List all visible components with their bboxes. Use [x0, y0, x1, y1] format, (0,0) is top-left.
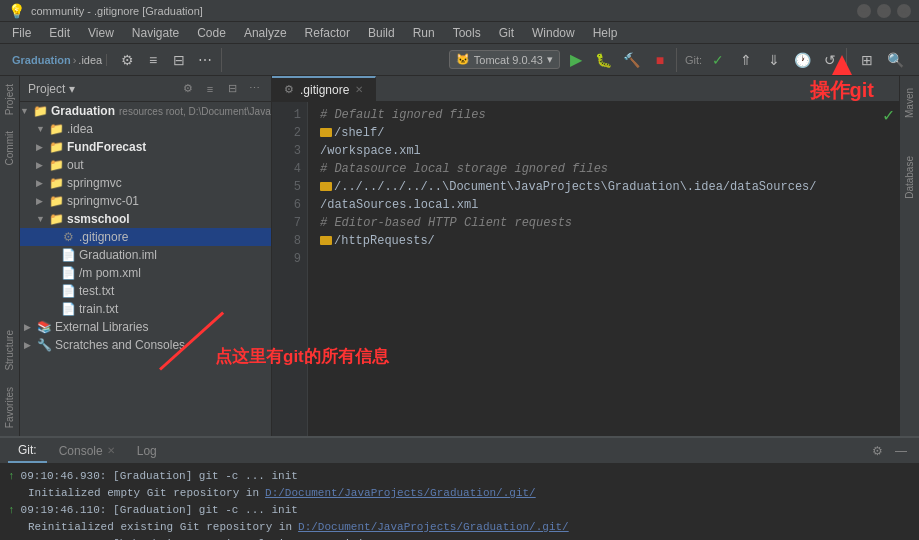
project-strip-tab[interactable]: Project	[2, 76, 17, 123]
menu-analyze[interactable]: Analyze	[236, 24, 295, 42]
tree-item-out[interactable]: ▶ 📁 out	[20, 156, 271, 174]
code-line-5: /../../../../..\Document\JavaProjects\Gr…	[320, 178, 887, 196]
menu-navigate[interactable]: Navigate	[124, 24, 187, 42]
title-file: community - .gitignore [Graduation]	[31, 5, 203, 17]
tree-label-traintxt: train.txt	[79, 302, 118, 316]
menu-tools[interactable]: Tools	[445, 24, 489, 42]
close-button[interactable]: ✕	[897, 4, 911, 18]
tree-item-graduation[interactable]: ▼ 📁 Graduation resources root, D:\Docume…	[20, 102, 271, 120]
tree-item-pomxml[interactable]: 📄 /m pom.xml	[20, 264, 271, 282]
console-line-4: Reinitialized existing Git repository in…	[8, 519, 911, 536]
maximize-button[interactable]: □	[877, 4, 891, 18]
search-icon[interactable]: 🔍	[883, 48, 907, 72]
bottom-settings-icon[interactable]: ⚙	[868, 442, 887, 460]
file-icon-gitignore: ⚙	[60, 229, 76, 245]
tree-item-springmvc01[interactable]: ▶ 📁 springmvc-01	[20, 192, 271, 210]
tab-gitignore[interactable]: ⚙ .gitignore ✕	[272, 76, 376, 101]
folder-icon-springmvc: 📁	[48, 175, 64, 191]
bottom-tab-log[interactable]: Log	[127, 438, 167, 463]
favorites-strip-tab[interactable]: Favorites	[2, 379, 17, 436]
menu-view[interactable]: View	[80, 24, 122, 42]
menu-code[interactable]: Code	[189, 24, 234, 42]
code-line-3: /workspace.xml	[320, 142, 887, 160]
debug-button[interactable]: 🐛	[592, 48, 616, 72]
console-text-5: 09:22:15.276: [\.\..\Git respository] gi…	[21, 536, 371, 540]
menu-git[interactable]: Git	[491, 24, 522, 42]
menu-refactor[interactable]: Refactor	[297, 24, 358, 42]
folder-icon-graduation: 📁	[32, 103, 48, 119]
code-editor: 1 2 3 4 5 6 7 8 9 # Default ignored file…	[272, 102, 899, 436]
code-line-2: /shelf/	[320, 124, 887, 142]
editor-check-icon: ✓	[882, 106, 895, 125]
sidebar-settings-icon[interactable]: ⚙	[179, 80, 197, 98]
tab-gitignore-close[interactable]: ✕	[355, 84, 363, 95]
tree-item-traintxt[interactable]: 📄 train.txt	[20, 300, 271, 318]
database-tab[interactable]: Database	[902, 148, 917, 207]
tree-arrow-out: ▶	[36, 160, 48, 170]
tree-item-gitignore[interactable]: ⚙ .gitignore	[20, 228, 271, 246]
collapse-icon[interactable]: ⊟	[167, 48, 191, 72]
tree-item-testtxt[interactable]: 📄 test.txt	[20, 282, 271, 300]
console-tab-close[interactable]: ✕	[107, 445, 115, 456]
tree-label-extlibs: External Libraries	[55, 320, 148, 334]
app-icon: 💡	[8, 3, 25, 19]
menu-build[interactable]: Build	[360, 24, 403, 42]
menu-edit[interactable]: Edit	[41, 24, 78, 42]
tree-label-graduationiml: Graduation.iml	[79, 248, 157, 262]
console-text-1: 09:10:46.930: [Graduation] git -c ... in…	[21, 468, 298, 485]
bottom-minimize-icon[interactable]: —	[891, 442, 911, 460]
tree-item-ssmschool[interactable]: ▼ 📁 ssmschool	[20, 210, 271, 228]
menu-run[interactable]: Run	[405, 24, 443, 42]
menu-bar: File Edit View Navigate Code Analyze Ref…	[0, 22, 919, 44]
tree-label-out: out	[67, 158, 84, 172]
tree-item-graduationiml[interactable]: 📄 Graduation.iml	[20, 246, 271, 264]
git-check-icon[interactable]: ✓	[706, 48, 730, 72]
console-content: ↑ 09:10:46.930: [Graduation] git -c ... …	[0, 464, 919, 540]
menu-window[interactable]: Window	[524, 24, 583, 42]
tree-item-fundforecast[interactable]: ▶ 📁 FundForecast	[20, 138, 271, 156]
sidebar-collapse-icon[interactable]: ⊟	[223, 80, 241, 98]
tree-item-idea[interactable]: ▼ 📁 .idea	[20, 120, 271, 138]
file-icon-testtxt: 📄	[60, 283, 76, 299]
console-link-4[interactable]: D:/Document/JavaProjects/Graduation/.git…	[298, 519, 569, 536]
settings-icon[interactable]: ⚙	[115, 48, 139, 72]
maven-tab[interactable]: Maven	[902, 80, 917, 126]
git-push-icon[interactable]: ⇓	[762, 48, 786, 72]
run-button[interactable]: ▶	[564, 48, 588, 72]
toolbar: Graduation › .idea ⚙ ≡ ⊟ ⋯ 🐱 Tomcat 9.0.…	[0, 44, 919, 76]
more-icon[interactable]: ⋯	[193, 48, 217, 72]
bottom-tab-console-label: Console	[59, 444, 103, 458]
structure-strip-tab[interactable]: Structure	[2, 322, 17, 379]
tree-item-springmvc[interactable]: ▶ 📁 springmvc	[20, 174, 271, 192]
folder-icon-fundforecast: 📁	[48, 139, 64, 155]
minimize-button[interactable]: −	[857, 4, 871, 18]
stop-button[interactable]: ■	[648, 48, 672, 72]
commit-strip-tab[interactable]: Commit	[2, 123, 17, 173]
console-link-2[interactable]: D:/Document/JavaProjects/Graduation/.git…	[265, 485, 536, 502]
git-update-icon[interactable]: ⇑	[734, 48, 758, 72]
annotation-git-text: 操作git	[810, 77, 874, 104]
code-content[interactable]: # Default ignored files /shelf/ /workspa…	[308, 102, 899, 436]
tab-gitignore-icon: ⚙	[284, 83, 294, 96]
sidebar-more-icon[interactable]: ⋯	[245, 80, 263, 98]
build-button[interactable]: 🔨	[620, 48, 644, 72]
sidebar-header: Project ▾ ⚙ ≡ ⊟ ⋯	[20, 76, 271, 102]
module-label: .idea	[78, 54, 102, 66]
tree-arrow-springmvc: ▶	[36, 178, 48, 188]
tree-label-springmvc01: springmvc-01	[67, 194, 139, 208]
bottom-tab-git[interactable]: Git:	[8, 438, 47, 463]
menu-file[interactable]: File	[4, 24, 39, 42]
tree-label-testtxt: test.txt	[79, 284, 114, 298]
tree-item-extlibs[interactable]: ▶ 📚 External Libraries	[20, 318, 271, 336]
right-tabs: Maven Database	[899, 76, 919, 436]
sidebar-layout-icon[interactable]: ≡	[201, 80, 219, 98]
annotation-console-text: 点这里有git的所有信息	[215, 347, 389, 366]
menu-help[interactable]: Help	[585, 24, 626, 42]
tree-label-gitignore: .gitignore	[79, 230, 128, 244]
bottom-panel: Git: Console ✕ Log ⚙ — ↑ 09:10:46.930: […	[0, 436, 919, 540]
bottom-tab-console[interactable]: Console ✕	[49, 438, 125, 463]
list-icon[interactable]: ≡	[141, 48, 165, 72]
tomcat-dropdown[interactable]: 🐱 Tomcat 9.0.43 ▾	[449, 50, 560, 69]
editor-area: ⚙ .gitignore ✕ 1 2 3 4 5 6 7 8 9	[272, 76, 899, 436]
sidebar-content: ▼ 📁 Graduation resources root, D:\Docume…	[20, 102, 271, 436]
